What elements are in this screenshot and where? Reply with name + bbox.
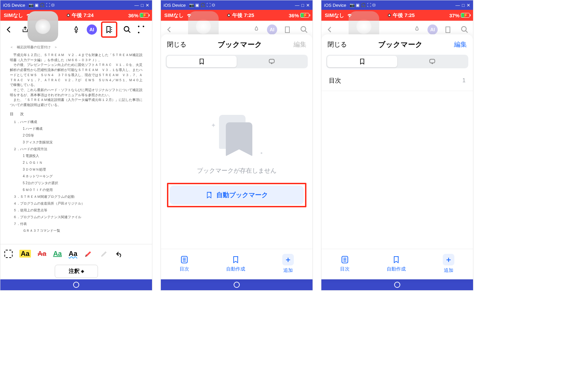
- footer-toc-label: 目次: [340, 266, 350, 272]
- doc-toc-list: １．ハード構成 1 ハード構成 2 OS等 3 ディスク割振状況 ２．ハードの使…: [10, 119, 142, 233]
- emulator-device-label: iOS Device: [324, 3, 346, 8]
- segment-annotations[interactable]: [397, 56, 467, 67]
- undo-button[interactable]: [115, 250, 123, 258]
- toc-item: 4 ネットワーキング: [13, 174, 142, 179]
- footer-toc-button[interactable]: 目次: [340, 255, 350, 272]
- sim-label: SIMなし: [4, 12, 23, 19]
- footer-add-button[interactable]: ＋ 追加: [282, 254, 294, 274]
- segment-annotations[interactable]: [237, 56, 307, 67]
- toc-icon: [180, 255, 189, 264]
- annotation-mode-row: 注釈 ◈: [0, 263, 152, 279]
- emulator-window-controls[interactable]: — □ ✕: [295, 3, 310, 8]
- toc-item: 2 OS等: [13, 133, 142, 138]
- emulator-window-controls[interactable]: —□✕: [455, 3, 470, 8]
- strikethrough-tool[interactable]: Aa: [38, 250, 47, 258]
- home-indicator-icon[interactable]: [394, 282, 400, 288]
- bookmark-segmented-control[interactable]: [166, 55, 308, 68]
- minimize-icon[interactable]: —: [455, 3, 460, 8]
- status-bar: SIMなし 午後 7:24 36% ⚡: [0, 10, 152, 21]
- svg-rect-7: [285, 27, 289, 33]
- toc-item: 5 2台のプリンタの選択: [13, 180, 142, 186]
- doc-paragraph: 平成元年１２月に、ＳＴＲＥＡＭ Ｖ２．４までを対象とした「ＳＴＲＥＡＭ補足説明書…: [10, 53, 142, 108]
- record-indicator-icon: [388, 14, 391, 17]
- svg-point-3: [111, 29, 112, 30]
- toc-item: 6 ＭＯＴＩＦの使用: [13, 187, 142, 193]
- sheet-close-button[interactable]: 閉じる: [167, 40, 186, 49]
- toc-item: ６．プログラムのメンテナンス関連ファイル: [13, 214, 142, 220]
- bookmark-row[interactable]: 目次 1: [321, 70, 473, 91]
- segment-bookmarks[interactable]: [167, 56, 237, 67]
- minimize-icon[interactable]: —: [134, 3, 139, 8]
- sheet-footer: 目次 自動作成 ＋ 追加: [321, 249, 473, 279]
- bookmark-row-page: 1: [463, 77, 466, 84]
- svg-point-4: [111, 31, 112, 32]
- ai-button[interactable]: AI: [87, 24, 97, 35]
- home-indicator-icon[interactable]: [234, 282, 240, 288]
- pdf-toolbar: AI • • •: [0, 21, 152, 38]
- svg-point-5: [124, 27, 129, 31]
- pen-tool[interactable]: [84, 249, 93, 258]
- doc-toc-heading: 目 次: [10, 111, 142, 117]
- close-icon[interactable]: ✕: [467, 3, 470, 8]
- search-button[interactable]: [121, 24, 133, 35]
- maximize-icon[interactable]: □: [141, 3, 144, 8]
- home-indicator-icon[interactable]: [73, 282, 79, 288]
- footer-toc-label: 目次: [180, 266, 189, 272]
- bookmark-panel-button[interactable]: [102, 22, 117, 37]
- highlight-tool[interactable]: Aa: [19, 250, 31, 258]
- emulator-titlebar: iOS Device📷 ▣ 🎧 ⛶ ⚙ —□✕: [321, 0, 473, 10]
- emulator-toolbar-icons[interactable]: 📷 ▣ 🎧 ⛶ ⚙: [29, 3, 55, 7]
- auto-bookmark-button[interactable]: 自動ブックマーク: [170, 186, 304, 205]
- maximize-icon[interactable]: □: [462, 3, 465, 8]
- sheet-title: ブックマーク: [378, 40, 423, 49]
- back-button[interactable]: [3, 24, 15, 35]
- annotation-mode-chip[interactable]: 注釈 ◈: [55, 265, 98, 278]
- clock-label: 午後 7:24: [72, 12, 94, 19]
- svg-rect-10: [269, 59, 274, 63]
- minimize-icon[interactable]: —: [295, 3, 299, 8]
- footer-add-button[interactable]: ＋ 追加: [443, 254, 454, 274]
- selection-tool[interactable]: [4, 250, 13, 258]
- emulator-device-label: iOS Device: [3, 3, 25, 8]
- toc-item: 3 ディスク割振状況: [13, 140, 142, 145]
- underline-tool[interactable]: Aa: [53, 250, 62, 258]
- assistive-touch-button[interactable]: [28, 11, 58, 42]
- segment-bookmarks[interactable]: [327, 56, 397, 67]
- wavy-underline-tool[interactable]: Aa: [69, 250, 78, 258]
- footer-auto-label: 自動作成: [226, 266, 245, 272]
- android-nav-bar: [0, 279, 152, 290]
- close-icon[interactable]: ✕: [146, 3, 149, 8]
- ink-tool-button[interactable]: [70, 24, 82, 35]
- svg-point-2: [111, 27, 112, 28]
- panel-bookmark-list: iOS Device📷 ▣ 🎧 ⛶ ⚙ —□✕ SIMなし 午後 7:25 37…: [321, 0, 473, 291]
- document-page[interactable]: ＜ 補足説明書の位置付け ＞ 平成元年１２月に、ＳＴＲＥＡＭ Ｖ２．４までを対象…: [0, 38, 152, 244]
- toc-item: 3 ＤＯＷＮ処理: [13, 167, 142, 172]
- toc-item: 1 電源投入: [13, 153, 142, 159]
- more-button[interactable]: • • •: [138, 24, 149, 35]
- footer-auto-button[interactable]: 自動作成: [226, 255, 245, 272]
- sheet-edit-button[interactable]: 編集: [293, 40, 306, 49]
- maximize-icon[interactable]: □: [301, 3, 304, 8]
- doc-section-title: ＜ 補足説明書の位置付け ＞: [10, 45, 142, 50]
- footer-auto-button[interactable]: 自動作成: [387, 255, 406, 272]
- svg-point-8: [301, 27, 306, 31]
- emulator-titlebar: iOS Device 📷 ▣ 🎧 ⛶ ⚙ — □ ✕: [0, 0, 152, 10]
- emulator-titlebar: iOS Device 📷 ▣ 🎧 ⛶ ⚙ — □ ✕: [161, 0, 313, 10]
- empty-state: ✦ • ブックマークが存在しません 自動ブックマーク: [161, 70, 313, 249]
- eraser-tool[interactable]: [100, 249, 108, 258]
- emulator-window-controls[interactable]: — □ ✕: [134, 3, 149, 8]
- toc-item: ２．ハードの使用方法: [13, 146, 142, 152]
- sheet-close-button[interactable]: 閉じる: [327, 40, 347, 49]
- footer-toc-button[interactable]: 目次: [180, 255, 189, 272]
- bookmark-segmented-control[interactable]: [326, 55, 468, 68]
- sheet-edit-button[interactable]: 編集: [454, 40, 467, 49]
- panel-pdf-viewer: iOS Device 📷 ▣ 🎧 ⛶ ⚙ — □ ✕ SIMなし 午後 7:24…: [0, 0, 152, 291]
- emulator-toolbar-icons[interactable]: 📷 ▣ 🎧 ⛶ ⚙: [350, 3, 376, 7]
- sim-label: SIMなし: [164, 12, 184, 19]
- battery-icon: ⚡: [461, 13, 470, 18]
- sheet-title: ブックマーク: [218, 40, 262, 49]
- emulator-toolbar-icons[interactable]: 📷 ▣ 🎧 ⛶ ⚙: [189, 3, 216, 7]
- close-icon[interactable]: ✕: [306, 3, 310, 8]
- battery-percent: 36%: [289, 13, 299, 18]
- clock-label: 午後 7:25: [232, 12, 254, 19]
